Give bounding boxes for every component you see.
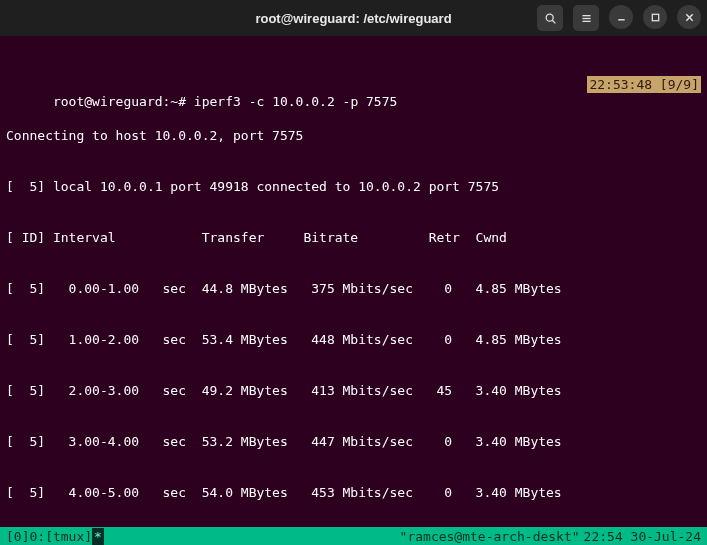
- maximize-button[interactable]: [643, 5, 667, 29]
- svg-line-1: [552, 20, 555, 23]
- table-row: [ 5] 4.00-5.00 sec 54.0 MBytes 453 Mbits…: [6, 484, 701, 501]
- status-hostname: "ramces@mte-arch-deskt": [396, 528, 584, 545]
- window-actions: [537, 5, 701, 31]
- status-window: 0:[tmux]: [29, 528, 92, 545]
- minimize-button[interactable]: [609, 5, 633, 29]
- table-row: [ 5] 1.00-2.00 sec 53.4 MBytes 448 Mbits…: [6, 331, 701, 348]
- pane1-command: iperf3 -c 10.0.0.2 -p 7575: [194, 94, 398, 109]
- pane1-time-tag: 22:53:48 [9/9]: [587, 76, 701, 93]
- table-row: [ 5] 2.00-3.00 sec 49.2 MBytes 413 Mbits…: [6, 382, 701, 399]
- table-row: [ 5] 0.00-1.00 sec 44.8 MBytes 375 Mbits…: [6, 280, 701, 297]
- table-row: [ 5] 3.00-4.00 sec 53.2 MBytes 447 Mbits…: [6, 433, 701, 450]
- pane1-command-line: root@wireguard:~# iperf3 -c 10.0.0.2 -p …: [6, 76, 701, 93]
- window-titlebar: root@wireguard: /etc/wireguard: [0, 0, 707, 36]
- pane1-prompt: root@wireguard:~#: [53, 94, 194, 109]
- status-datetime: 22:54 30-Jul-24: [584, 528, 701, 545]
- search-button[interactable]: [537, 5, 563, 31]
- status-session: [0]: [6, 528, 29, 545]
- svg-point-0: [546, 14, 553, 21]
- menu-button[interactable]: [573, 5, 599, 31]
- pane1-local: [ 5] local 10.0.0.1 port 49918 connected…: [6, 178, 701, 195]
- pane1-header: [ ID] Interval Transfer Bitrate Retr Cwn…: [6, 229, 701, 246]
- close-button[interactable]: [677, 5, 701, 29]
- tmux-status-bar[interactable]: [0] 0:[tmux]* "ramces@mte-arch-deskt" 22…: [0, 527, 707, 545]
- terminal-body[interactable]: root@wireguard:~# iperf3 -c 10.0.0.2 -p …: [0, 36, 707, 545]
- status-current-flag: *: [92, 528, 104, 545]
- svg-rect-6: [652, 14, 658, 20]
- pane1-connecting: Connecting to host 10.0.0.2, port 7575: [6, 127, 701, 144]
